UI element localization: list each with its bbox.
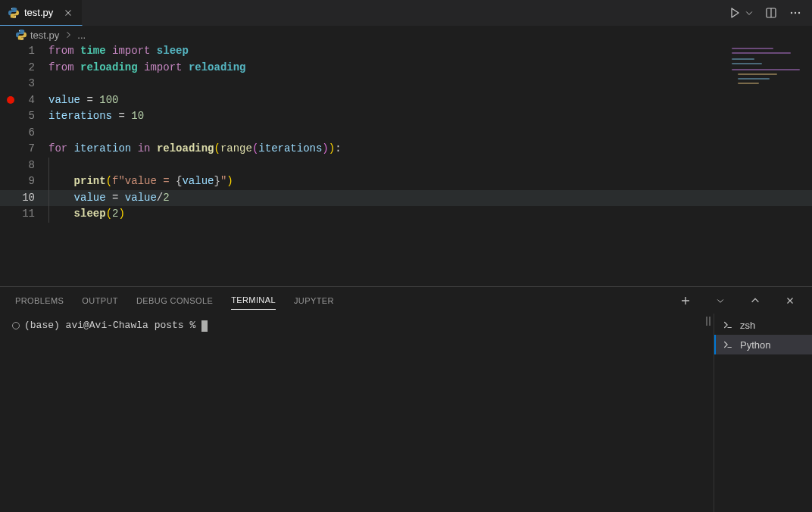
terminal-instance-label: zsh <box>740 320 755 331</box>
gutter[interactable] <box>0 60 21 76</box>
editor-actions <box>724 0 812 26</box>
code-content[interactable]: for iteration in reloading(range(iterati… <box>48 141 812 158</box>
code-content[interactable] <box>48 125 812 142</box>
run-chevron-down-icon[interactable] <box>741 5 757 21</box>
code-line[interactable]: 10 value = value/2 <box>0 190 812 207</box>
indent-guide <box>48 190 49 207</box>
terminal-icon <box>722 339 734 351</box>
code-line[interactable]: 9 print(f"value = {value}") <box>0 173 812 190</box>
line-number: 9 <box>21 173 48 190</box>
tab-bar: test.py <box>0 0 812 27</box>
line-number: 6 <box>21 125 48 142</box>
more-actions-button[interactable] <box>785 2 806 23</box>
gutter[interactable] <box>0 141 21 158</box>
python-file-icon <box>8 7 20 19</box>
terminal-sidebar: zshPython <box>714 314 812 512</box>
code-content[interactable]: from time import sleep <box>48 43 812 60</box>
code-line[interactable]: 8 <box>0 158 812 174</box>
gutter[interactable] <box>0 125 21 142</box>
file-tab-test-py[interactable]: test.py <box>0 0 83 26</box>
code-content[interactable]: iterations = 10 <box>48 108 812 125</box>
terminal-status-icon <box>12 322 20 329</box>
breadcrumb-file: test.py <box>30 30 59 41</box>
svg-point-4 <box>791 12 792 14</box>
line-number: 3 <box>21 76 48 92</box>
panel-body: (base) avi@Avi-Chawla posts % zshPython <box>0 314 812 512</box>
code-line[interactable]: 2from reloading import reloading <box>0 60 812 76</box>
svg-point-1 <box>15 16 16 17</box>
panel-tab-terminal[interactable]: TERMINAL <box>231 291 276 310</box>
panel-tabs: PROBLEMSOUTPUTDEBUG CONSOLETERMINALJUPYT… <box>0 287 812 314</box>
terminal-chevron-down-icon[interactable] <box>712 292 729 309</box>
close-tab-icon[interactable] <box>62 7 74 19</box>
code-line[interactable]: 1from time import sleep <box>0 43 812 60</box>
indent-guide <box>48 158 49 174</box>
code-line[interactable]: 6 <box>0 125 812 142</box>
indent-guide <box>48 206 49 223</box>
svg-point-5 <box>795 12 796 14</box>
code-line[interactable]: 3 <box>0 76 812 92</box>
code-line[interactable]: 4value = 100 <box>0 92 812 109</box>
line-number: 1 <box>21 43 48 60</box>
breadcrumb-more: ... <box>77 30 86 41</box>
gutter[interactable] <box>0 158 21 174</box>
file-tab-label: test.py <box>24 7 53 18</box>
line-number: 4 <box>21 92 48 109</box>
line-number: 8 <box>21 158 48 174</box>
gutter[interactable] <box>0 190 21 207</box>
code-content[interactable]: print(f"value = {value}") <box>48 173 812 190</box>
terminal-instance-label: Python <box>740 339 770 351</box>
svg-point-8 <box>23 39 23 39</box>
editor-wrap: 1from time import sleep2from reloading i… <box>0 43 812 286</box>
gutter[interactable] <box>0 173 21 190</box>
line-number: 2 <box>21 60 48 76</box>
gutter[interactable] <box>0 92 21 109</box>
code-content[interactable]: sleep(2) <box>48 206 812 223</box>
panel-close-button[interactable] <box>782 292 798 309</box>
terminal-instance-zsh[interactable]: zsh <box>714 315 812 335</box>
terminal-instance-python[interactable]: Python <box>714 335 812 354</box>
svg-point-7 <box>19 30 20 31</box>
breakpoint-icon[interactable] <box>7 96 14 104</box>
line-number: 10 <box>21 190 48 207</box>
terminal-prompt: (base) avi@Avi-Chawla posts % <box>24 318 195 333</box>
terminal[interactable]: (base) avi@Avi-Chawla posts % <box>0 314 714 512</box>
code-editor[interactable]: 1from time import sleep2from reloading i… <box>0 43 812 223</box>
panel-maximize-button[interactable] <box>747 292 764 309</box>
gutter[interactable] <box>0 206 21 223</box>
line-number: 5 <box>21 108 48 125</box>
line-number: 7 <box>21 141 48 158</box>
code-line[interactable]: 11 sleep(2) <box>0 206 812 223</box>
indent-guide <box>48 173 49 190</box>
code-content[interactable]: value = 100 <box>48 92 812 109</box>
chevron-right-icon <box>62 30 74 39</box>
gutter[interactable] <box>0 76 21 92</box>
new-terminal-button[interactable] <box>677 292 694 309</box>
panel-tab-output[interactable]: OUTPUT <box>82 292 118 310</box>
breadcrumb[interactable]: test.py ... <box>0 27 812 43</box>
terminal-scroll-indicator <box>706 317 710 326</box>
code-content[interactable] <box>48 76 812 92</box>
terminal-cursor <box>201 320 208 332</box>
code-content[interactable]: value = value/2 <box>48 190 724 207</box>
panel: PROBLEMSOUTPUTDEBUG CONSOLETERMINALJUPYT… <box>0 286 812 512</box>
split-editor-button[interactable] <box>760 2 782 23</box>
panel-tab-problems[interactable]: PROBLEMS <box>15 292 64 310</box>
code-line[interactable]: 5iterations = 10 <box>0 108 812 125</box>
terminal-icon <box>722 319 734 331</box>
code-content[interactable]: from reloading import reloading <box>48 60 812 76</box>
code-line[interactable]: 7for iteration in reloading(range(iterat… <box>0 141 812 158</box>
panel-tab-debug-console[interactable]: DEBUG CONSOLE <box>136 292 213 310</box>
svg-point-0 <box>11 8 12 9</box>
gutter[interactable] <box>0 43 21 60</box>
python-file-icon <box>15 29 27 41</box>
line-number: 11 <box>21 206 48 223</box>
gutter[interactable] <box>0 108 21 125</box>
panel-tab-jupyter[interactable]: JUPYTER <box>294 292 334 310</box>
svg-point-6 <box>798 12 800 14</box>
code-content[interactable] <box>48 158 812 174</box>
